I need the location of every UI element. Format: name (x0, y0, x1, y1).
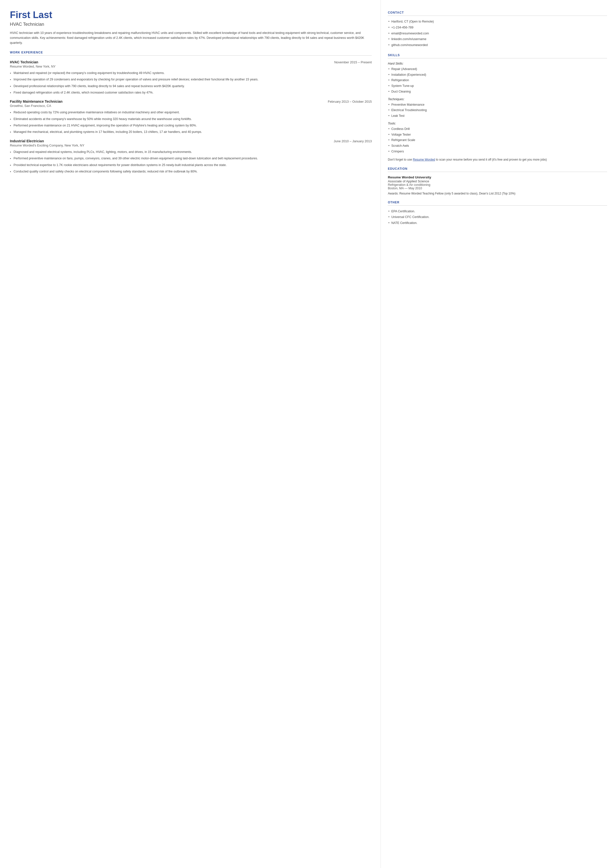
techniques-label: Techniques: (388, 98, 607, 101)
job-bullets-1: Maintained and repaired (or replaced) th… (10, 71, 372, 95)
job-dates-1: November 2015 – Present (334, 61, 372, 64)
list-item: Reduced operating costs by 72% using pre… (10, 110, 372, 115)
edu-awards: Awards: Resume Worded Teaching Fellow (o… (388, 191, 607, 196)
job-entry-1: HVAC Technician November 2015 – Present … (10, 60, 372, 95)
list-item: Maintained and repaired (or replaced) th… (10, 71, 372, 76)
list-item: Hartford, CT (Open to Remote) (388, 19, 607, 24)
list-item: linkedin.com/in/username (388, 37, 607, 42)
skills-section-title: SKILLS (388, 53, 607, 58)
list-item: Electrical Troubleshooting (388, 108, 607, 113)
contact-list: Hartford, CT (Open to Remote) +1-234-456… (388, 19, 607, 48)
resume-worded-link[interactable]: Resume Worded (413, 158, 435, 161)
list-item: email@resumeworded.com (388, 31, 607, 36)
list-item: EPA Certification. (388, 209, 607, 214)
applicant-name: First Last (10, 10, 372, 20)
job-company-2: Growthsi, San Francisco, CA (10, 104, 372, 108)
list-item: Preventive Maintenance (388, 102, 607, 107)
list-item: Cordless Drill (388, 127, 607, 131)
list-item: NATE Certification. (388, 221, 607, 225)
job-title-1: HVAC Technician (10, 60, 38, 64)
list-item: Provided technical expertise to 1.7K roo… (10, 163, 372, 168)
job-bullets-3: Diagnosed and repaired electrical system… (10, 150, 372, 174)
summary-text: HVAC technician with 10 years of experie… (10, 30, 372, 45)
job-header-2: Facility Maintenance Technician February… (10, 99, 372, 103)
contact-section-title: CONTACT (388, 11, 607, 16)
other-section-title: OTHER (388, 201, 607, 206)
list-item: Managed the mechanical, electrical, and … (10, 130, 372, 134)
edu-school: Resume Worded University (388, 175, 607, 179)
education-section-title: EDUCATION (388, 167, 607, 172)
job-title: HVAC Technician (10, 22, 372, 27)
list-item: Diagnosed and repaired electrical system… (10, 150, 372, 154)
list-item: Fixed damaged refrigeration units of 2.4… (10, 90, 372, 95)
list-item: Repair (Advanced) (388, 67, 607, 71)
job-title-3: Industrial Electrician (10, 139, 44, 143)
list-item: Performed preventive maintenance on fans… (10, 156, 372, 161)
job-header-3: Industrial Electrician June 2010 – Janua… (10, 139, 372, 143)
list-item: +1-234-456-789 (388, 25, 607, 30)
job-bullets-2: Reduced operating costs by 72% using pre… (10, 110, 372, 135)
tools-list: Cordless Drill Voltage Tester Refrigeran… (388, 127, 607, 154)
main-content: First Last HVAC Technician HVAC technici… (0, 0, 381, 868)
edu-field: Refrigeration & Air conditioning (388, 183, 607, 186)
job-dates-3: June 2010 – January 2013 (333, 139, 372, 143)
list-item: Scratch Awls (388, 143, 607, 148)
list-item: Refrigeration (388, 78, 607, 83)
promo-prefix: Don't forget to use (388, 158, 413, 161)
list-item: Eliminated accidents at the company's wa… (10, 117, 372, 121)
job-header-1: HVAC Technician November 2015 – Present (10, 60, 372, 64)
work-experience-section-title: WORK EXPERIENCE (10, 51, 372, 56)
list-item: System Tune-up (388, 84, 607, 89)
hard-skills-label: Hard Skills: (388, 62, 607, 65)
sidebar: CONTACT Hartford, CT (Open to Remote) +1… (381, 0, 614, 868)
list-item: Duct Cleaning (388, 89, 607, 94)
edu-location: Boston, MA — May 2010 (388, 186, 607, 190)
techniques-list: Preventive Maintenance Electrical Troubl… (388, 102, 607, 118)
list-item: Developed professional relationships wit… (10, 84, 372, 89)
list-item: Universal CFC Certification. (388, 215, 607, 219)
job-title-2: Facility Maintenance Technician (10, 99, 62, 103)
job-company-3: Resume Worded's Exciting Company, New Yo… (10, 143, 372, 147)
job-entry-3: Industrial Electrician June 2010 – Janua… (10, 139, 372, 174)
list-item: Improved the operation of 29 condensers … (10, 77, 372, 82)
job-company-1: Resume Worded, New York, NY (10, 65, 372, 68)
list-item: Performed preventive maintenance on 21 H… (10, 123, 372, 128)
job-dates-2: February 2013 – October 2015 (328, 100, 372, 103)
list-item: Voltage Tester (388, 132, 607, 137)
hard-skills-list: Repair (Advanced) Installation (Experien… (388, 67, 607, 94)
other-list: EPA Certification. Universal CFC Certifi… (388, 209, 607, 225)
edu-degree: Associate of Applied Science (388, 179, 607, 183)
list-item: github.com/resumeworded (388, 43, 607, 48)
list-item: Installation (Experienced) (388, 73, 607, 77)
list-item: Crimpers (388, 149, 607, 154)
job-entry-2: Facility Maintenance Technician February… (10, 99, 372, 135)
list-item: Leak Test (388, 113, 607, 118)
tools-label: Tools: (388, 122, 607, 125)
promo-text: Don't forget to use Resume Worded to sca… (388, 157, 607, 162)
list-item: Conducted quality control and safety che… (10, 169, 372, 174)
promo-suffix: to scan your resume before you send it o… (435, 158, 547, 161)
list-item: Refrigerant Scale (388, 138, 607, 143)
